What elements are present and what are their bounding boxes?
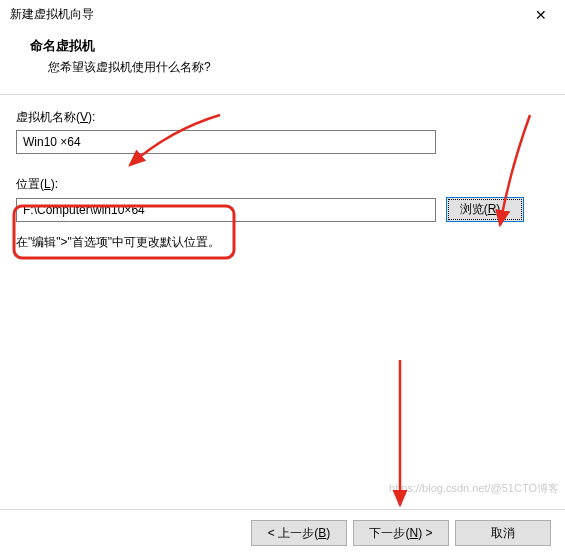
wizard-header: 命名虚拟机 您希望该虚拟机使用什么名称? — [0, 27, 565, 94]
location-input[interactable] — [16, 198, 436, 222]
page-subtitle: 您希望该虚拟机使用什么名称? — [30, 59, 547, 76]
vm-name-label: 虚拟机名称(V): — [16, 109, 549, 126]
page-title: 命名虚拟机 — [30, 37, 547, 55]
window-title: 新建虚拟机向导 — [10, 6, 94, 23]
back-button[interactable]: < 上一步(B) — [251, 520, 347, 546]
next-button[interactable]: 下一步(N) > — [353, 520, 449, 546]
watermark-text: https://blog.csdn.net/@51CTO博客 — [389, 481, 559, 496]
wizard-footer: < 上一步(B) 下一步(N) > 取消 — [0, 509, 565, 556]
vm-name-input[interactable] — [16, 130, 436, 154]
location-hint: 在"编辑">"首选项"中可更改默认位置。 — [16, 234, 549, 251]
close-icon[interactable]: ✕ — [527, 7, 555, 23]
cancel-button[interactable]: 取消 — [455, 520, 551, 546]
titlebar: 新建虚拟机向导 ✕ — [0, 0, 565, 27]
content-area: 虚拟机名称(V): 位置(L): 浏览(R)... 在"编辑">"首选项"中可更… — [0, 95, 565, 265]
browse-button[interactable]: 浏览(R)... — [446, 197, 524, 222]
location-label: 位置(L): — [16, 176, 549, 193]
